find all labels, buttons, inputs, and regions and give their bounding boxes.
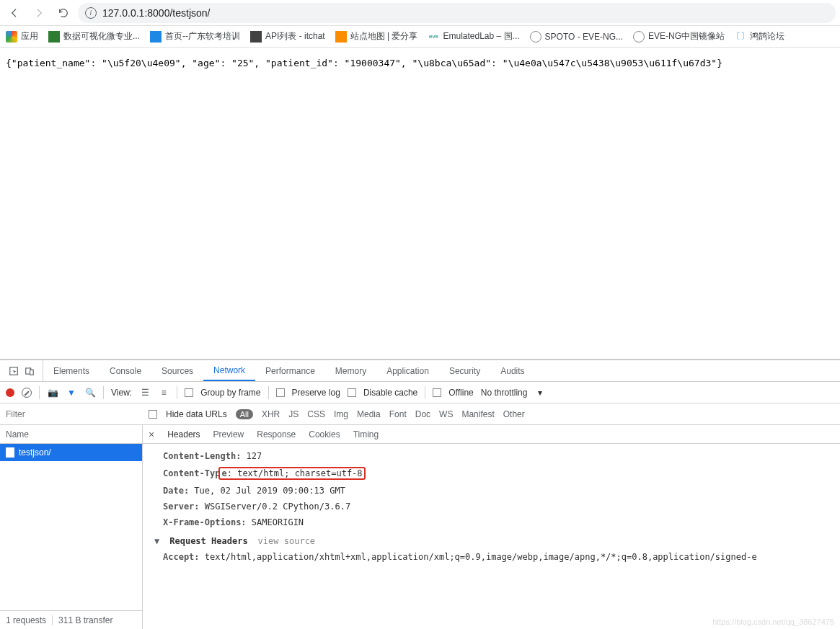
filter-type[interactable]: XHR xyxy=(262,409,280,419)
url-input[interactable] xyxy=(102,7,828,19)
watermark-text: https://blog.csdn.net/qq_38627475 xyxy=(712,617,834,626)
header-name: Content-Length: xyxy=(163,451,241,461)
filter-type[interactable]: Other xyxy=(503,409,525,419)
tab-headers[interactable]: Headers xyxy=(167,429,200,440)
bookmark-item[interactable]: EVE-NG中国镜像站 xyxy=(633,30,725,43)
network-split: Name testjson/ 1 requests 311 B transfer… xyxy=(0,425,840,629)
bookmark-item[interactable]: 首页--广东软考培训 xyxy=(150,30,240,43)
bookmark-item[interactable]: eveEmulatedLab – 国... xyxy=(428,30,520,43)
divider xyxy=(425,386,425,399)
filter-type[interactable]: Img xyxy=(334,409,348,419)
header-name: Content-Typ xyxy=(163,468,220,478)
header-row: Date: Tue, 02 Jul 2019 09:00:13 GMT xyxy=(151,483,831,499)
detail-tab-strip: × Headers Preview Response Cookies Timin… xyxy=(143,425,840,444)
header-value: WSGIServer/0.2 CPython/3.6.7 xyxy=(205,501,350,512)
device-toggle-icon xyxy=(25,366,35,376)
reload-button[interactable] xyxy=(53,3,74,23)
headers-pane[interactable]: Content-Length: 127 Content-Type: e: tex… xyxy=(143,444,840,629)
chevron-down-icon: ▼ xyxy=(154,536,159,546)
divider xyxy=(268,386,269,399)
tab-audits[interactable]: Audits xyxy=(490,360,534,381)
filter-type[interactable]: CSS xyxy=(307,409,325,419)
offline-checkbox[interactable] xyxy=(433,388,441,397)
site-info-icon[interactable]: i xyxy=(85,7,97,19)
document-icon xyxy=(6,447,14,458)
header-name: Accept: xyxy=(163,552,200,562)
bookmark-item[interactable]: SPOTO - EVE-NG... xyxy=(530,31,623,43)
devtools-dock-controls[interactable] xyxy=(0,360,43,381)
bookmark-label: SPOTO - EVE-NG... xyxy=(545,32,623,42)
globe-icon xyxy=(530,31,541,43)
favicon-icon: eve xyxy=(428,31,440,43)
preserve-log-label: Preserve log xyxy=(292,388,340,398)
bookmark-item[interactable]: 数据可视化微专业... xyxy=(48,30,140,43)
view-label: View: xyxy=(111,388,132,398)
tab-security[interactable]: Security xyxy=(439,360,490,381)
tab-network[interactable]: Network xyxy=(203,360,255,381)
offline-label: Offline xyxy=(448,388,473,398)
tab-console[interactable]: Console xyxy=(100,360,151,381)
header-row: Content-Type: e: text/html; charset=utf-… xyxy=(151,464,831,483)
filter-icon[interactable]: ▼ xyxy=(66,388,77,398)
transfer-size: 311 B transfer xyxy=(52,615,112,625)
disable-cache-checkbox[interactable] xyxy=(348,388,356,397)
header-name: X-Frame-Options: xyxy=(163,517,247,527)
section-request-headers[interactable]: ▼ Request Headers view source xyxy=(151,530,831,549)
highlighted-value: e: e: text/html; charset=utf-8text/html;… xyxy=(218,467,365,480)
large-rows-icon[interactable]: ☰ xyxy=(139,388,151,398)
tab-sources[interactable]: Sources xyxy=(151,360,203,381)
bookmark-item[interactable]: 站点地图 | 爱分享 xyxy=(335,30,418,43)
bookmark-item[interactable]: API列表 - itchat xyxy=(250,30,325,43)
close-detail-button[interactable]: × xyxy=(149,429,154,440)
tab-application[interactable]: Application xyxy=(376,360,439,381)
throttling-select[interactable]: No throttling ▾ xyxy=(481,388,542,398)
back-button[interactable] xyxy=(4,3,25,23)
clear-button[interactable] xyxy=(22,388,32,398)
group-by-frame-checkbox[interactable] xyxy=(185,388,193,397)
request-detail: × Headers Preview Response Cookies Timin… xyxy=(143,425,840,629)
section-title: Request Headers xyxy=(169,536,247,546)
tab-memory[interactable]: Memory xyxy=(325,360,376,381)
filter-type[interactable]: Manifest xyxy=(461,409,494,419)
column-header-name[interactable]: Name xyxy=(0,425,142,444)
bookmark-label: EVE-NG中国镜像站 xyxy=(648,30,725,43)
tab-preview[interactable]: Preview xyxy=(213,429,244,440)
header-row: Content-Length: 127 xyxy=(151,448,831,464)
tab-timing[interactable]: Timing xyxy=(353,429,379,440)
filter-input[interactable] xyxy=(0,403,143,424)
bookmark-label: 首页--广东软考培训 xyxy=(165,30,240,43)
svg-rect-2 xyxy=(30,370,33,375)
header-name: Server: xyxy=(163,501,200,512)
tab-cookies[interactable]: Cookies xyxy=(309,429,340,440)
tab-response[interactable]: Response xyxy=(257,429,296,440)
forward-button[interactable] xyxy=(29,3,49,23)
header-row: Accept: text/html,application/xhtml+xml,… xyxy=(151,549,831,565)
filter-type-all[interactable]: All xyxy=(236,409,253,419)
bookmark-item[interactable]: 〔〕鸿鹄论坛 xyxy=(735,30,784,43)
filter-type[interactable]: JS xyxy=(288,409,299,419)
hide-data-urls-checkbox[interactable] xyxy=(149,410,157,419)
view-source-link[interactable]: view source xyxy=(258,536,315,546)
bookmark-label: 鸿鹄论坛 xyxy=(750,30,784,43)
favicon-icon xyxy=(150,31,162,43)
page-body: {"patient_name": "\u5f20\u4e09", "age": … xyxy=(0,48,840,359)
omnibox[interactable]: i xyxy=(78,3,836,23)
search-icon[interactable]: 🔍 xyxy=(84,388,96,398)
divider xyxy=(177,386,177,399)
favicon-icon: 〔〕 xyxy=(735,31,746,43)
header-row: X-Frame-Options: SAMEORIGIN xyxy=(151,514,831,530)
favicon-icon xyxy=(250,31,262,43)
record-button[interactable] xyxy=(6,388,14,397)
preserve-log-checkbox[interactable] xyxy=(276,388,285,397)
filter-type[interactable]: Doc xyxy=(415,409,430,419)
bookmark-label: EmulatedLab – 国... xyxy=(443,30,520,43)
filter-type[interactable]: WS xyxy=(439,409,453,419)
tab-performance[interactable]: Performance xyxy=(255,360,325,381)
request-row[interactable]: testjson/ xyxy=(0,444,142,461)
waterfall-icon[interactable]: ≡ xyxy=(158,388,169,398)
tab-elements[interactable]: Elements xyxy=(43,360,100,381)
camera-icon[interactable]: 📷 xyxy=(47,388,58,398)
filter-type[interactable]: Font xyxy=(389,409,407,419)
apps-shortcut[interactable]: 应用 xyxy=(6,30,38,43)
filter-type[interactable]: Media xyxy=(357,409,381,419)
